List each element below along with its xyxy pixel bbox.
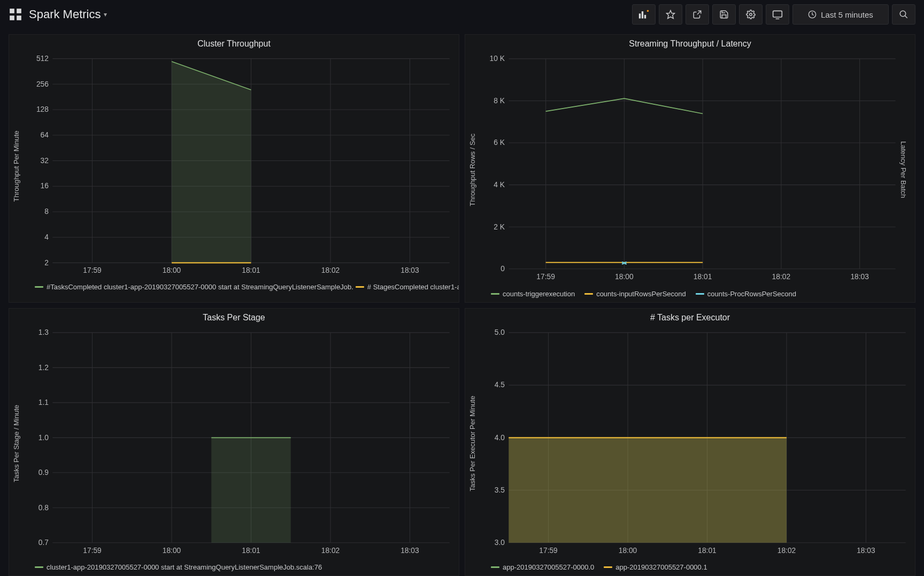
svg-rect-2 <box>10 16 14 20</box>
panel-title: Streaming Throughput / Latency <box>465 35 915 51</box>
panel-title: # Tasks per Executor <box>465 309 915 325</box>
svg-text:18:02: 18:02 <box>777 546 796 555</box>
svg-text:2: 2 <box>44 259 49 267</box>
save-button[interactable] <box>712 4 736 25</box>
time-range-picker[interactable]: Last 5 minutes <box>792 4 889 25</box>
panel-streaming-throughput-latency[interactable]: Streaming Throughput / Latency Throughpu… <box>465 34 915 303</box>
svg-point-12 <box>900 11 906 17</box>
svg-text:17:59: 17:59 <box>83 546 102 555</box>
svg-rect-3 <box>17 16 21 20</box>
chart-area[interactable]: 2 4 8 16 32 64 128 256 512 17:59 18:00 <box>21 53 452 280</box>
svg-text:18:00: 18:00 <box>615 272 634 281</box>
svg-text:2 K: 2 K <box>494 222 505 231</box>
svg-text:18:03: 18:03 <box>857 546 875 555</box>
legend: app-20190327005527-0000.0 app-2019032700… <box>465 560 915 575</box>
svg-text:17:59: 17:59 <box>83 266 101 274</box>
svg-text:18:00: 18:00 <box>163 546 181 555</box>
svg-text:4 K: 4 K <box>494 180 505 189</box>
svg-text:8 K: 8 K <box>494 96 505 105</box>
dashboard-title-text: Spark Metrics <box>29 7 101 21</box>
panel-cluster-throughput[interactable]: Cluster Throughput Throughput Per Minute… <box>9 34 459 303</box>
svg-text:0.9: 0.9 <box>38 467 49 476</box>
chart-area[interactable]: 0 2 K 4 K 6 K 8 K 10 K 17:59 18:00 18:01… <box>478 53 898 287</box>
y-axis-label-right: Latency Per Batch <box>898 53 908 287</box>
svg-point-8 <box>750 13 752 16</box>
svg-text:17:59: 17:59 <box>536 272 555 281</box>
legend-item[interactable]: counts-ProcRowsPerSecond <box>696 290 796 298</box>
svg-text:18:01: 18:01 <box>242 546 260 555</box>
svg-text:1.2: 1.2 <box>38 363 49 371</box>
svg-text:1.0: 1.0 <box>38 433 49 441</box>
y-axis-label-left: Throughput Rows / Sec <box>467 53 478 287</box>
svg-rect-1 <box>17 9 21 13</box>
svg-text:18:03: 18:03 <box>850 272 869 281</box>
legend: cluster1-app-20190327005527-0000 start a… <box>9 560 459 575</box>
svg-marker-7 <box>667 11 675 19</box>
svg-text:512: 512 <box>36 55 49 63</box>
svg-rect-5 <box>642 11 643 18</box>
cycle-view-button[interactable] <box>766 4 789 25</box>
legend: #TasksCompleted cluster1-app-20190327005… <box>9 280 459 302</box>
dashboard-grid-icon[interactable] <box>9 7 22 21</box>
svg-text:18:00: 18:00 <box>163 266 181 274</box>
panel-tasks-per-stage[interactable]: Tasks Per Stage Tasks Per Stage / Minute… <box>9 308 459 577</box>
add-panel-button[interactable] <box>632 4 656 25</box>
panel-title: Tasks Per Stage <box>9 309 459 325</box>
legend-item[interactable]: #TasksCompleted cluster1-app-20190327005… <box>35 283 353 291</box>
svg-rect-9 <box>773 11 782 17</box>
svg-line-13 <box>905 16 907 18</box>
svg-text:1.1: 1.1 <box>38 398 49 406</box>
legend-item[interactable]: counts-triggerexecution <box>491 290 575 298</box>
dashboard-grid: Cluster Throughput Throughput Per Minute… <box>0 29 924 576</box>
svg-text:3.5: 3.5 <box>495 485 505 494</box>
svg-text:4.0: 4.0 <box>495 433 505 441</box>
svg-text:4: 4 <box>44 233 49 241</box>
svg-text:0: 0 <box>500 264 505 273</box>
svg-text:0.7: 0.7 <box>38 537 49 546</box>
svg-text:8: 8 <box>44 208 49 216</box>
svg-text:18:02: 18:02 <box>772 272 791 281</box>
svg-text:18:02: 18:02 <box>321 266 340 274</box>
svg-rect-6 <box>644 15 646 19</box>
svg-text:10 K: 10 K <box>490 54 505 63</box>
svg-text:18:00: 18:00 <box>619 546 637 555</box>
panel-title: Cluster Throughput <box>9 35 459 51</box>
svg-text:64: 64 <box>41 131 49 139</box>
svg-text:32: 32 <box>41 157 49 165</box>
svg-text:6 K: 6 K <box>494 138 505 147</box>
chart-area[interactable]: 0.7 0.8 0.9 1.0 1.1 1.2 1.3 17:59 18:00 … <box>21 327 452 560</box>
y-axis-label: Tasks Per Executor Per Minute <box>467 327 478 560</box>
legend: counts-triggerexecution counts-inputRows… <box>465 287 915 302</box>
svg-rect-4 <box>639 13 641 18</box>
zoom-out-button[interactable] <box>892 4 915 25</box>
svg-text:1.3: 1.3 <box>38 328 49 336</box>
chart-area[interactable]: 3.0 3.5 4.0 4.5 5.0 17:59 18:00 18:01 18… <box>478 327 908 560</box>
svg-text:4.5: 4.5 <box>495 380 505 389</box>
caret-down-icon: ▾ <box>104 11 107 18</box>
legend-item[interactable]: # StagesCompleted cluster1-app-201903270… <box>356 283 459 291</box>
legend-item[interactable]: app-20190327005527-0000.0 <box>491 563 594 571</box>
svg-text:16: 16 <box>41 182 49 190</box>
clock-icon <box>808 10 817 19</box>
svg-text:3.0: 3.0 <box>495 537 505 546</box>
legend-item[interactable]: counts-inputRowsPerSecond <box>584 290 686 298</box>
legend-item[interactable]: app-20190327005527-0000.1 <box>604 563 707 571</box>
svg-text:5.0: 5.0 <box>495 328 505 336</box>
top-toolbar: Spark Metrics ▾ Last 5 minutes <box>0 0 924 29</box>
svg-text:256: 256 <box>36 80 49 88</box>
share-button[interactable] <box>686 4 709 25</box>
panel-tasks-per-executor[interactable]: # Tasks per Executor Tasks Per Executor … <box>465 308 915 577</box>
svg-rect-0 <box>10 9 14 13</box>
settings-button[interactable] <box>739 4 763 25</box>
dashboard-title-dropdown[interactable]: Spark Metrics ▾ <box>29 7 107 21</box>
svg-text:128: 128 <box>36 105 49 113</box>
legend-item[interactable]: cluster1-app-20190327005527-0000 start a… <box>35 563 322 571</box>
y-axis-label: Tasks Per Stage / Minute <box>11 327 21 560</box>
star-button[interactable] <box>659 4 682 25</box>
svg-text:17:59: 17:59 <box>539 546 558 555</box>
svg-text:18:03: 18:03 <box>401 266 419 274</box>
svg-text:18:01: 18:01 <box>698 546 717 555</box>
svg-text:18:01: 18:01 <box>694 272 712 281</box>
svg-text:18:03: 18:03 <box>401 546 419 555</box>
y-axis-label: Throughput Per Minute <box>11 53 21 280</box>
